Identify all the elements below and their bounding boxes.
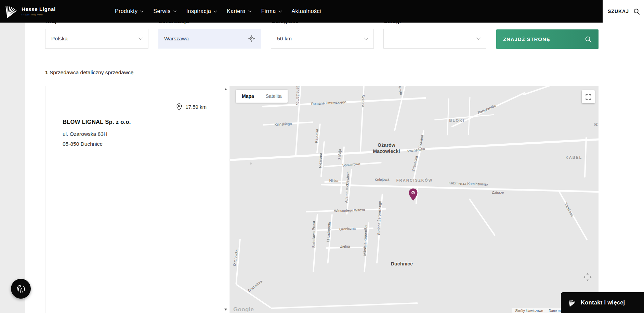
- list-scrollbar[interactable]: [224, 88, 228, 311]
- find-dealer-button[interactable]: ZNAJDŹ STRONĘ: [496, 29, 599, 49]
- dealer-distance: 17.59 km: [185, 104, 207, 110]
- scrollbar-track[interactable]: [226, 93, 226, 306]
- map-fullscreen-button[interactable]: [582, 90, 595, 103]
- google-logo[interactable]: Google: [233, 306, 254, 313]
- map-road: [271, 302, 418, 309]
- nav-item-aktualno-ci[interactable]: Aktualności: [292, 8, 321, 14]
- chevron-down-icon: [248, 9, 251, 12]
- locate-icon[interactable]: [248, 35, 255, 42]
- map-type-satellite-button[interactable]: Satelita: [260, 90, 288, 103]
- map-road: [447, 98, 449, 135]
- map-road: [434, 114, 494, 120]
- map-label: Duchnice: [391, 261, 413, 267]
- map-road: [346, 169, 352, 215]
- nav-item-produkty[interactable]: Produkty: [115, 8, 143, 14]
- nav-item-label: Firma: [261, 8, 276, 14]
- left-strip: [0, 0, 25, 313]
- nav-item-kariera[interactable]: Kariera: [227, 8, 251, 14]
- map-road: [295, 86, 301, 157]
- logo-icon: [5, 3, 18, 19]
- map-road: [468, 96, 471, 135]
- map-type-map-button[interactable]: Mapa: [236, 90, 260, 103]
- scroll-down-arrow-icon[interactable]: [224, 309, 227, 311]
- chevron-down-icon: [173, 9, 176, 12]
- map-road: [306, 208, 386, 212]
- map-road: [320, 141, 325, 177]
- nav-item-inspiracja[interactable]: Inspiracja: [186, 8, 216, 14]
- filter-location: Lokalizacja: [158, 29, 261, 49]
- logo-title: Hesse Lignal: [22, 6, 56, 12]
- filter-distance: Odległość 50 km: [271, 29, 374, 49]
- map-road: [316, 123, 321, 154]
- scroll-up-arrow-icon[interactable]: [224, 88, 227, 90]
- nav-item-label: Serwis: [153, 8, 170, 14]
- chevron-down-icon: [278, 9, 282, 12]
- contact-bar[interactable]: Kontakt i więcej: [561, 292, 644, 313]
- map-road: [263, 121, 313, 126]
- map-canvas[interactable]: ProstaRomana DmowskiegoJana ZamoySzkolna…: [230, 86, 599, 313]
- search-icon: [585, 36, 592, 43]
- map-label: oż: [594, 122, 597, 127]
- map-road: [327, 214, 333, 264]
- nav-item-serwis[interactable]: Serwis: [153, 8, 176, 14]
- dealer-card[interactable]: 17.59 km BLOW LIGNAL Sp. z o.o. ul. Ozar…: [45, 86, 229, 149]
- contact-bar-label: Kontakt i więcej: [581, 299, 625, 306]
- map-road: [376, 194, 383, 264]
- logo-tagline: inspiring you: [22, 13, 56, 16]
- map-road: [394, 86, 406, 131]
- map-road: [321, 184, 599, 193]
- filter-country: Kraj Polska: [45, 29, 148, 49]
- map-label: KABEL: [566, 155, 582, 160]
- distance-select[interactable]: 50 km: [271, 29, 374, 49]
- services-select[interactable]: [383, 29, 486, 49]
- results-count-number: 1: [45, 69, 48, 75]
- search-icon: [633, 8, 640, 15]
- country-value: Polska: [51, 36, 68, 42]
- map-road: [316, 227, 373, 231]
- nav-item-firma[interactable]: Firma: [261, 8, 281, 14]
- map-road: [584, 137, 587, 178]
- chevron-down-icon: [364, 36, 368, 40]
- map-type-switcher: Mapa Satelita: [236, 90, 288, 103]
- dealer-address-line2: 05-850 Duchnice: [63, 139, 207, 149]
- map-road: [326, 247, 364, 249]
- chevron-down-icon: [214, 9, 217, 12]
- results-count: 1 Sprzedawca detaliczny sprzedawcę: [45, 69, 133, 76]
- map-label: Kolejowa: [374, 177, 389, 182]
- map-label: Duchnicka: [247, 279, 263, 293]
- nav-item-label: Kariera: [227, 8, 245, 14]
- header: Hesse Lignal inspiring you ProduktySerwi…: [0, 0, 644, 23]
- map-poi-dot: [250, 162, 252, 165]
- dealer-name: BLOW LIGNAL Sp. z o.o.: [63, 119, 207, 125]
- header-search[interactable]: SZUKAJ: [603, 0, 644, 23]
- dealer-list-panel: 17.59 km BLOW LIGNAL Sp. z o.o. ul. Ozar…: [45, 86, 230, 313]
- chevron-down-icon: [476, 36, 481, 40]
- header-search-label: SZUKAJ: [608, 9, 629, 14]
- dealer-map-pin[interactable]: [408, 188, 418, 201]
- map-road: [557, 190, 588, 240]
- map-road: [451, 92, 525, 128]
- map-road: [230, 138, 599, 161]
- map-road: [412, 150, 421, 182]
- fingerprint-icon: [15, 283, 27, 295]
- map-road: [235, 239, 241, 285]
- chevron-down-icon: [140, 9, 144, 12]
- results-count-label: Sprzedawca detaliczny sprzedawcę: [50, 69, 134, 75]
- map-pin-icon: [176, 103, 182, 110]
- location-input[interactable]: [164, 36, 245, 42]
- nav-item-label: Aktualności: [292, 8, 321, 14]
- distance-value: 50 km: [277, 36, 292, 42]
- map-pan-control[interactable]: [583, 273, 592, 282]
- location-field[interactable]: [158, 29, 261, 49]
- find-dealer-button-label: ZNAJDŹ STRONĘ: [503, 36, 550, 42]
- dealer-distance-row: 17.59 km: [63, 103, 207, 110]
- country-select[interactable]: Polska: [45, 29, 148, 49]
- move-arrows-icon: [583, 273, 592, 282]
- logo[interactable]: Hesse Lignal inspiring you: [5, 3, 56, 19]
- map-attribution-item[interactable]: Skróty klawiszowe: [515, 309, 543, 313]
- dealer-address-line1: ul. Ozarowska 83H: [63, 129, 207, 139]
- nav-item-label: Inspiracja: [186, 8, 211, 14]
- map-road: [313, 214, 318, 272]
- fullscreen-icon: [586, 94, 591, 100]
- fingerprint-fab-button[interactable]: [11, 279, 31, 299]
